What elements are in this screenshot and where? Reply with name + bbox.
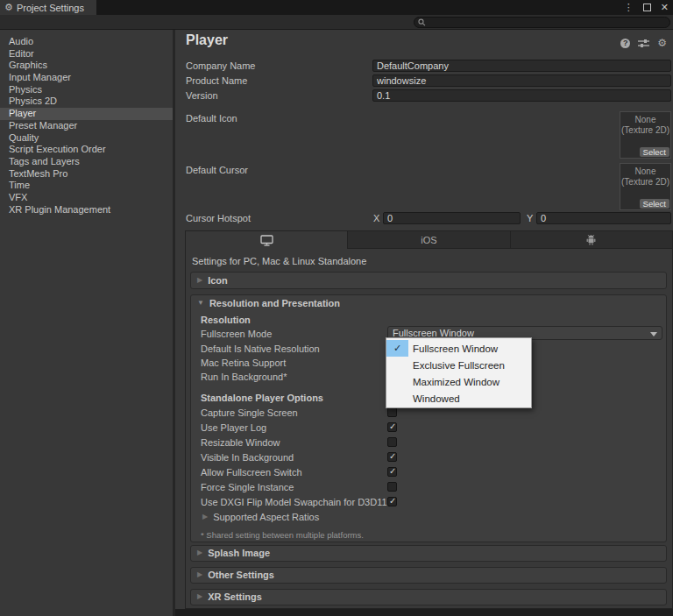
product-name-label: Product Name — [186, 74, 247, 87]
help-icon[interactable]: ? — [620, 39, 630, 48]
hotspot-y-label: Y — [527, 212, 533, 224]
android-robot-icon — [586, 234, 596, 245]
force-single-instance-label: Force Single Instance — [201, 481, 294, 493]
resolution-presentation-header[interactable]: ▼ Resolution and Presentation — [191, 295, 666, 308]
visible-in-background-label: Visible In Background — [201, 451, 294, 464]
window-tab-title: Project Settings — [17, 3, 84, 13]
search-box[interactable] — [414, 17, 670, 28]
standalone-player-options-header: Standalone Player Options — [201, 392, 323, 404]
menu-item-maximized-window[interactable]: Maximized Window — [386, 373, 531, 390]
cursor-hotspot-label: Cursor Hotspot — [186, 212, 251, 224]
fullscreen-mode-menu: Fullscreen Window Exclusive Fullscreen M… — [386, 337, 532, 408]
capture-single-screen-label: Capture Single Screen — [201, 407, 298, 419]
menu-item-exclusive-fullscreen[interactable]: Exclusive Fullscreen — [386, 357, 531, 373]
menu-item-fullscreen-window[interactable]: Fullscreen Window — [386, 340, 531, 357]
player-settings-panel: Player ? ⚙ Company Name Product Name Ver… — [175, 30, 673, 616]
sidebar-item-editor[interactable]: Editor — [0, 48, 173, 60]
sidebar-item-physics[interactable]: Physics — [0, 84, 173, 96]
check-icon — [386, 340, 408, 357]
foldout-arrow-icon: ▼ — [197, 299, 204, 308]
platform-tab-bar: iOS — [186, 231, 672, 249]
run-in-background-label: Run In Background* — [201, 371, 287, 383]
dxgi-flip-model-checkbox[interactable] — [387, 497, 397, 506]
sidebar-item-input-manager[interactable]: Input Manager — [0, 72, 173, 84]
hotspot-x-field[interactable] — [383, 212, 521, 224]
tab-android[interactable] — [511, 231, 672, 249]
sidebar-item-quality[interactable]: Quality — [0, 132, 173, 145]
sidebar-item-xr-plugin-management[interactable]: XR Plugin Management — [0, 204, 173, 216]
default-icon-label: Default Icon — [186, 112, 237, 124]
check-gutter — [386, 357, 408, 373]
preset-icon[interactable] — [638, 39, 649, 48]
sidebar-item-audio[interactable]: Audio — [0, 36, 173, 48]
gear-icon[interactable]: ⚙ — [657, 38, 667, 48]
settings-gear-icon: ⚙ — [4, 3, 13, 12]
platform-settings-container: iOS Settings for PC, Mac & Linux Standal… — [185, 230, 673, 609]
section-resolution-presentation: ▼ Resolution and Presentation Resolution… — [190, 294, 667, 542]
section-other-settings[interactable]: ▶ Other Settings — [190, 567, 667, 584]
use-player-log-label: Use Player Log — [201, 421, 266, 434]
foldout-arrow-icon: ▶ — [197, 549, 202, 557]
check-gutter — [386, 373, 408, 390]
foldout-arrow-icon: ▶ — [202, 513, 208, 521]
sidebar-item-time[interactable]: Time — [0, 180, 173, 192]
tab-standalone[interactable] — [186, 231, 348, 249]
sidebar-item-preset-manager[interactable]: Preset Manager — [0, 120, 173, 132]
window-tabbar: ⚙ Project Settings ⋮ ✕ — [0, 0, 673, 15]
resolution-subheader: Resolution — [201, 314, 251, 326]
default-native-resolution-label: Default Is Native Resolution — [201, 343, 320, 355]
project-settings-tab[interactable]: ⚙ Project Settings — [0, 0, 96, 15]
allow-fullscreen-switch-label: Allow Fullscreen Switch — [201, 466, 302, 478]
kebab-menu-icon[interactable]: ⋮ — [624, 3, 634, 12]
force-single-instance-checkbox[interactable] — [387, 482, 397, 492]
sidebar-item-tags-and-layers[interactable]: Tags and Layers — [0, 156, 173, 168]
dxgi-flip-model-label: Use DXGI Flip Model Swapchain for D3D11 — [201, 496, 387, 508]
resizable-window-label: Resizable Window — [201, 436, 280, 449]
hotspot-y-field[interactable] — [536, 212, 671, 224]
company-name-field[interactable] — [372, 60, 671, 72]
foldout-arrow-icon: ▶ — [197, 592, 202, 601]
maximize-icon[interactable] — [643, 4, 651, 11]
menu-item-windowed[interactable]: Windowed — [386, 390, 531, 407]
sidebar-item-graphics[interactable]: Graphics — [0, 60, 173, 72]
default-cursor-select-button[interactable]: Select — [640, 199, 669, 209]
tab-ios[interactable]: iOS — [348, 231, 510, 249]
default-icon-object-field[interactable]: None (Texture 2D) Select — [620, 111, 671, 159]
version-label: Version — [186, 89, 218, 102]
window-bottom-edge — [175, 609, 673, 616]
company-name-label: Company Name — [186, 60, 255, 72]
shared-setting-footnote: * Shared setting between multiple platfo… — [201, 530, 364, 540]
sidebar-item-physics-2d[interactable]: Physics 2D — [0, 96, 173, 108]
visible-in-background-checkbox[interactable] — [387, 452, 397, 462]
chevron-down-icon — [650, 332, 657, 336]
resizable-window-checkbox[interactable] — [387, 437, 397, 447]
section-icon[interactable]: ▶ Icon — [190, 272, 667, 289]
platform-settings-heading: Settings for PC, Mac & Linux Standalone — [192, 256, 366, 266]
use-player-log-checkbox[interactable] — [387, 422, 397, 432]
sidebar-item-player[interactable]: Player — [0, 108, 173, 120]
capture-single-screen-checkbox[interactable] — [387, 407, 397, 417]
hotspot-x-label: X — [373, 212, 379, 224]
default-cursor-label: Default Cursor — [186, 164, 248, 176]
section-splash-image[interactable]: ▶ Splash Image — [190, 545, 667, 562]
toolbar — [0, 15, 673, 30]
close-icon[interactable]: ✕ — [661, 3, 669, 12]
check-gutter — [386, 390, 408, 407]
version-field[interactable] — [372, 89, 671, 102]
sidebar-item-textmesh-pro[interactable]: TextMesh Pro — [0, 168, 173, 181]
sidebar-item-vfx[interactable]: VFX — [0, 192, 173, 204]
search-icon — [418, 18, 426, 26]
section-xr-settings[interactable]: ▶ XR Settings — [190, 589, 667, 605]
default-cursor-object-field[interactable]: None (Texture 2D) Select — [620, 163, 671, 210]
search-input[interactable] — [426, 18, 669, 27]
sidebar-item-script-execution-order[interactable]: Script Execution Order — [0, 144, 173, 156]
settings-category-list: Audio Editor Graphics Input Manager Phys… — [0, 30, 173, 616]
default-icon-select-button[interactable]: Select — [640, 147, 669, 157]
mac-retina-support-label: Mac Retina Support — [201, 357, 286, 369]
fullscreen-mode-label: Fullscreen Mode — [201, 328, 272, 340]
allow-fullscreen-switch-checkbox[interactable] — [387, 467, 397, 477]
supported-aspect-ratios-foldout[interactable]: ▶ Supported Aspect Ratios — [202, 512, 319, 522]
foldout-arrow-icon: ▶ — [197, 276, 202, 285]
page-title: Player — [186, 32, 228, 48]
product-name-field[interactable] — [372, 74, 671, 87]
